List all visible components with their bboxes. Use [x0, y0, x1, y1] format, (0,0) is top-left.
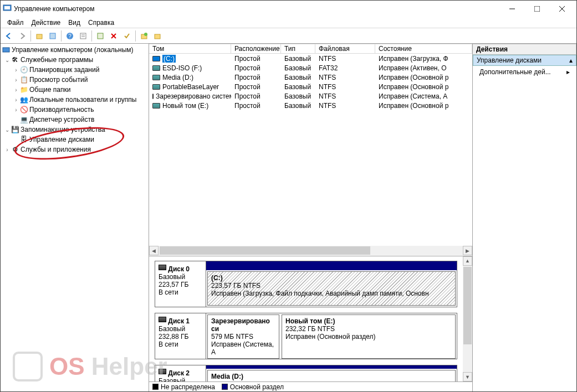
- actions-header: Действия: [473, 44, 576, 55]
- help-icon[interactable]: ?: [64, 30, 76, 42]
- svg-rect-7: [50, 33, 55, 39]
- menu-help[interactable]: Справка: [85, 18, 118, 28]
- list-icon[interactable]: [77, 30, 89, 42]
- expand-icon[interactable]: ›: [13, 77, 19, 83]
- minimize-button[interactable]: [499, 1, 524, 17]
- svg-point-17: [144, 33, 147, 36]
- close-button[interactable]: [549, 1, 574, 17]
- disk-block[interactable]: Диск 0Базовый223,57 ГБВ сети(C:)223,57 Г…: [155, 261, 457, 307]
- scroll-left-icon[interactable]: ◀: [149, 246, 159, 255]
- tree-perf[interactable]: Производительность: [29, 106, 94, 114]
- titlebar[interactable]: Управление компьютером: [1, 1, 576, 17]
- settings-icon[interactable]: [151, 30, 164, 42]
- shares-icon: 📁: [19, 85, 28, 94]
- volume-row[interactable]: (C:)ПростойБазовыйNTFSИсправен (Загрузка…: [149, 54, 472, 63]
- tree-shares[interactable]: Общие папки: [29, 86, 70, 94]
- partition-box[interactable]: Зарезервировано си579 МБ NTFSИсправен (С…: [207, 314, 279, 359]
- actions-selected[interactable]: Управление дисками▴: [473, 55, 576, 66]
- window-title: Управление компьютером: [14, 5, 499, 13]
- volume-row[interactable]: Новый том (E:)ПростойБазовыйNTFSИсправен…: [149, 101, 472, 110]
- drive-icon: [152, 56, 160, 61]
- legend-primary-swatch: [222, 384, 228, 390]
- drive-icon: [152, 75, 160, 80]
- svg-rect-18: [155, 34, 160, 39]
- svg-rect-19: [3, 48, 9, 52]
- menu-file[interactable]: Файл: [4, 18, 27, 28]
- tree-diskmgmt[interactable]: Управление дисками: [29, 136, 94, 143]
- tree-eventviewer[interactable]: Просмотр событий: [29, 76, 88, 84]
- delete-icon[interactable]: [108, 30, 120, 42]
- svg-text:?: ?: [68, 33, 72, 39]
- scheduler-icon: 🕘: [19, 65, 28, 74]
- expand-icon[interactable]: ›: [13, 107, 19, 113]
- volume-row[interactable]: ESD-ISO (F:)ПростойБазовыйFAT32Исправен …: [149, 63, 472, 73]
- disk-label: Диск 1Базовый232,88 ГБВ сети: [155, 313, 206, 359]
- partition-box[interactable]: (C:)223,57 ГБ NTFSИсправен (Загрузка, Фа…: [207, 271, 456, 306]
- drive-icon: [152, 94, 154, 99]
- menubar: Файл Действие Вид Справка: [1, 17, 576, 28]
- col-layout[interactable]: Расположение: [231, 44, 281, 53]
- properties-icon[interactable]: [47, 30, 59, 42]
- col-status[interactable]: Состояние: [375, 44, 472, 53]
- expand-icon[interactable]: ›: [13, 67, 19, 73]
- actions-pane: Действия Управление дисками▴ Дополнитель…: [473, 44, 576, 391]
- scroll-up-icon[interactable]: ▲: [463, 256, 472, 266]
- forward-button[interactable]: [16, 30, 28, 42]
- toolbar: ?: [1, 28, 576, 44]
- back-button[interactable]: [3, 30, 15, 42]
- scroll-right-icon[interactable]: ▶: [463, 246, 472, 255]
- tree-scheduler[interactable]: Планировщик заданий: [29, 66, 99, 74]
- maximize-button[interactable]: [524, 1, 549, 17]
- perf-icon: 🚫: [19, 105, 28, 114]
- check-icon[interactable]: [121, 30, 133, 42]
- volume-row[interactable]: PortableBaseLayerПростойБазовыйNTFSИспра…: [149, 82, 472, 91]
- col-type[interactable]: Тип: [281, 44, 315, 53]
- svg-rect-1: [4, 6, 10, 9]
- refresh-icon[interactable]: [94, 30, 106, 42]
- disk-label: Диск 0Базовый223,57 ГБВ сети: [155, 261, 206, 307]
- tree-root[interactable]: Управление компьютером (локальным): [12, 46, 134, 54]
- collapse-arrow-icon[interactable]: ▴: [569, 56, 573, 64]
- diskmgmt-icon: 🗄: [19, 135, 28, 144]
- tree-users[interactable]: Локальные пользователи и группы: [29, 96, 136, 104]
- svg-rect-13: [98, 33, 103, 39]
- computer-management-window: Управление компьютером Файл Действие Вид…: [0, 0, 577, 392]
- tree-devmgr[interactable]: Диспетчер устройств: [29, 116, 94, 123]
- scroll-down-icon[interactable]: ▼: [463, 372, 472, 381]
- tree-storage[interactable]: Запоминающие устройства: [21, 126, 105, 133]
- new-icon[interactable]: [138, 30, 150, 42]
- services-icon: ⚙: [11, 145, 19, 154]
- volume-list[interactable]: (C:)ПростойБазовыйNTFSИсправен (Загрузка…: [149, 54, 472, 110]
- partition-box[interactable]: Новый том (E:)232,32 ГБ NTFSИсправен (Ос…: [282, 314, 456, 359]
- eventviewer-icon: 📋: [19, 75, 28, 84]
- collapse-icon[interactable]: ⌄: [4, 127, 11, 133]
- expand-icon[interactable]: ›: [4, 147, 11, 153]
- disk-block[interactable]: Диск 1Базовый232,88 ГБВ сетиЗарезервиров…: [155, 313, 457, 359]
- drive-icon: [152, 84, 160, 90]
- disk-management-pane: Том Расположение Тип Файловая система Со…: [149, 44, 473, 391]
- expand-icon[interactable]: ›: [13, 97, 19, 103]
- computer-icon: [2, 45, 11, 54]
- col-volume[interactable]: Том: [149, 44, 231, 53]
- volume-row[interactable]: Зарезервировано системойПростойБазовыйNT…: [149, 91, 472, 101]
- collapse-icon[interactable]: ⌄: [4, 57, 11, 63]
- volume-list-header: Том Расположение Тип Файловая система Со…: [149, 44, 472, 54]
- actions-more[interactable]: Дополнительные дей...▸: [473, 66, 576, 78]
- svg-rect-3: [534, 6, 540, 12]
- volume-row[interactable]: Media (D:)ПростойБазовыйNTFSИсправен (Ос…: [149, 73, 472, 82]
- up-icon[interactable]: [33, 30, 45, 42]
- tools-icon: 🛠: [11, 55, 19, 64]
- disk-graphics-pane[interactable]: Диск 0Базовый223,57 ГБВ сети(C:)223,57 Г…: [149, 256, 472, 392]
- legend: Не распределена Основной раздел: [149, 381, 472, 391]
- svg-rect-6: [37, 34, 42, 39]
- navigation-tree[interactable]: Управление компьютером (локальным) ⌄🛠Слу…: [1, 44, 149, 391]
- expand-icon[interactable]: ›: [13, 87, 19, 93]
- menu-action[interactable]: Действие: [28, 18, 64, 28]
- tree-services[interactable]: Службы и приложения: [21, 146, 91, 153]
- disk-vscroll[interactable]: ▲ ▼: [463, 256, 472, 382]
- tree-system-tools[interactable]: Служебные программы: [21, 56, 93, 64]
- col-fs[interactable]: Файловая система: [315, 44, 375, 53]
- menu-view[interactable]: Вид: [65, 18, 84, 28]
- volume-hscroll[interactable]: ◀ ▶: [149, 246, 472, 256]
- drive-icon: [152, 103, 160, 109]
